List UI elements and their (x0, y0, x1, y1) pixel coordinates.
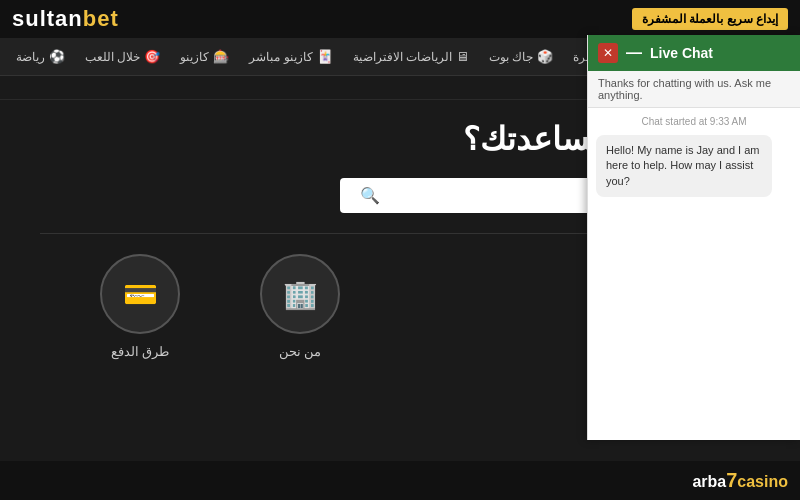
announcement-button[interactable]: إيداع سريع بالعملة المشفرة (632, 8, 788, 30)
casino-live-icon: 🃏 (317, 49, 333, 64)
nav-item-virtual[interactable]: 🖥 الرياضات الافتراضية (345, 43, 477, 70)
nav-item-casino[interactable]: 🎰 كازينو (172, 43, 237, 70)
chat-close-button[interactable]: ✕ (598, 43, 618, 63)
nav-item-virtual-label: الرياضات الافتراضية (353, 50, 452, 64)
live-icon: 🎯 (144, 49, 160, 64)
seven-text: 7 (726, 469, 737, 491)
sport-icon: ⚽ (49, 49, 65, 64)
nav-item-jackpot[interactable]: 🎲 جاك بوت (481, 43, 561, 70)
page-wrapper: إيداع سريع بالعملة المشفرة sultanbet VIP… (0, 0, 800, 500)
nav-item-casino-live[interactable]: 🃏 كازينو مباشر (241, 43, 340, 70)
category-payment-label: طرق الدفع (111, 344, 170, 359)
casino-icon: 🎰 (213, 49, 229, 64)
nav-item-live-label: خلال اللعب (85, 50, 140, 64)
chat-body[interactable]: Chat started at 9:33 AM Hello! My name i… (588, 108, 800, 440)
arba-text: arba (692, 473, 726, 490)
casino-text: casino (737, 473, 788, 490)
arba-logo: arba7casino (692, 469, 788, 492)
chat-thanks-text: Thanks for chatting with us. Ask me anyt… (598, 77, 771, 101)
announcement-bar: إيداع سريع بالعملة المشفرة sultanbet (0, 0, 800, 38)
category-payment[interactable]: 💳 طرق الدفع (100, 254, 180, 359)
logo-sultan: sultan (12, 6, 83, 31)
chat-thanks-bar: Thanks for chatting with us. Ask me anyt… (588, 71, 800, 108)
nav-item-sport-label: رياضة (16, 50, 45, 64)
search-icon: 🔍 (360, 186, 380, 205)
nav-item-live[interactable]: 🎯 خلال اللعب (77, 43, 168, 70)
payment-icon: 💳 (100, 254, 180, 334)
live-chat-header: ✕ — Live Chat (588, 35, 800, 71)
site-logo: sultanbet (12, 6, 119, 32)
nav-item-casino-label: كازينو (180, 50, 209, 64)
category-about[interactable]: 🏢 من نحن (260, 254, 340, 359)
live-chat-title: Live Chat (650, 45, 713, 61)
chat-message: Hello! My name is Jay and I am here to h… (596, 135, 772, 197)
live-chat-panel: ✕ — Live Chat Thanks for chatting with u… (587, 35, 800, 440)
nav-item-sport[interactable]: ⚽ رياضة (8, 43, 73, 70)
nav-item-casino-live-label: كازينو مباشر (249, 50, 312, 64)
jackpot-icon: 🎲 (537, 49, 553, 64)
logo-bet: bet (83, 6, 119, 31)
chat-time: Chat started at 9:33 AM (596, 116, 792, 127)
category-about-label: من نحن (279, 344, 322, 359)
about-icon: 🏢 (260, 254, 340, 334)
bottom-bar: arba7casino (0, 461, 800, 500)
chat-minimize-button[interactable]: — (626, 45, 642, 61)
nav-item-jackpot-label: جاك بوت (489, 50, 533, 64)
virtual-icon: 🖥 (456, 49, 469, 64)
